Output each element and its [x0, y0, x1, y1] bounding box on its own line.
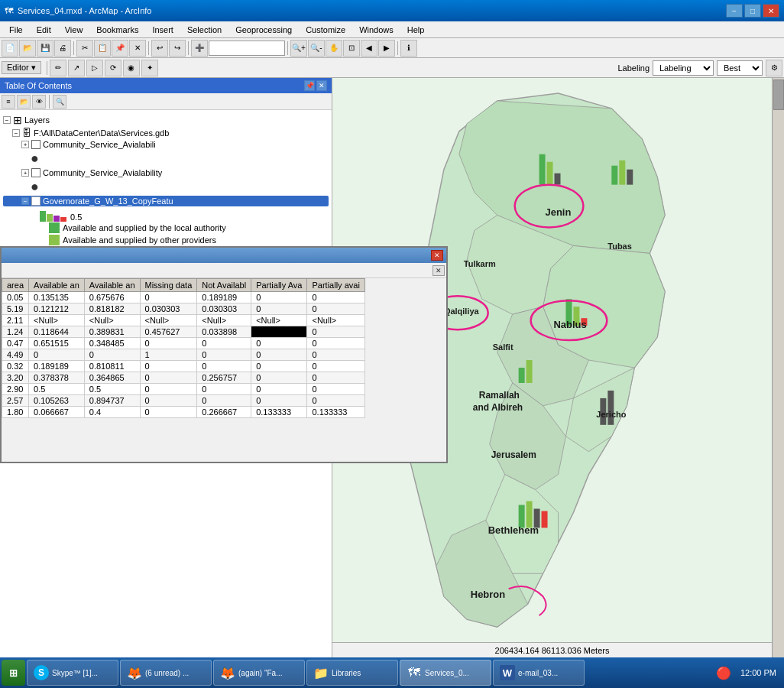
menu-bookmarks[interactable]: Bookmarks	[90, 24, 144, 36]
taskbar-firefox2[interactable]: 🦊 (again) "Fa...	[213, 660, 305, 686]
labeling-select[interactable]: Labeling	[653, 60, 714, 76]
taskbar-arcmap[interactable]: 🗺 Services_0...	[400, 660, 491, 686]
table-row[interactable]: 5.190.1212120.8181820.0303030.03030300	[2, 303, 365, 315]
table-row[interactable]: 0.470.6515150.3484850000	[2, 338, 365, 349]
table-row[interactable]: 0.050.1351350.67567600.18918900	[2, 292, 365, 303]
zoom-out-button[interactable]: 🔍-	[308, 40, 325, 57]
dt-close2-button[interactable]: ✕	[432, 265, 445, 276]
col-partially-ava[interactable]: Partially Ava	[251, 279, 307, 292]
toc-header: Table Of Contents 📌 ✕	[0, 78, 332, 93]
table-row[interactable]: 1.240.1186440.3898310.4576270.03389800	[2, 326, 365, 338]
taskbar-firefox1[interactable]: 🦊 (6 unread) ...	[120, 660, 212, 686]
db-expand[interactable]: −	[12, 129, 20, 137]
toc-pin[interactable]: 📌	[304, 80, 315, 91]
table-row[interactable]: 2.570.1052630.8947370000	[2, 395, 365, 407]
taskbar-libraries[interactable]: 📁 Libraries	[306, 660, 398, 686]
table-row[interactable]: 4.49001000	[2, 349, 365, 361]
table-row[interactable]: 2.11<Null><Null><Null><Null><Null><Null>	[2, 315, 365, 326]
full-extent-button[interactable]: ⊡	[343, 40, 360, 57]
cut-button[interactable]: ✂	[76, 40, 93, 57]
legend-bar-3	[53, 216, 60, 222]
table-row[interactable]: 2.900.50.50000	[2, 384, 365, 395]
menu-geoprocessing[interactable]: Geoprocessing	[229, 24, 298, 36]
toc-visibility[interactable]: 👁	[32, 95, 46, 109]
layer3-expand[interactable]: −	[21, 197, 29, 205]
map-scroll-thumb[interactable]	[773, 80, 784, 110]
taskbar-skype[interactable]: S Skype™ [1]...	[27, 660, 118, 686]
undo-button[interactable]: ↩	[151, 40, 168, 57]
table-row[interactable]: 3.200.3783780.36486500.25675700	[2, 372, 365, 384]
col-available-an-1[interactable]: Available an	[29, 279, 85, 292]
jericho-label: Jericho	[596, 410, 626, 419]
salfit-label: Salfit	[493, 342, 513, 352]
menu-file[interactable]: File	[3, 24, 29, 36]
zoom-in-button[interactable]: 🔍+	[290, 40, 307, 57]
scale-input[interactable]: 1:1,000,000	[209, 41, 285, 56]
open-button[interactable]: 📂	[19, 40, 36, 57]
best-select[interactable]: Best	[717, 60, 763, 76]
editor-dropdown[interactable]: Editor ▾	[2, 61, 41, 74]
col-area[interactable]: area	[2, 279, 29, 292]
save-button[interactable]: 💾	[37, 40, 53, 57]
table-row[interactable]: 1.800.0666670.400.2666670.1333330.133333	[2, 407, 365, 418]
toc-source-view[interactable]: 📂	[17, 95, 31, 109]
table-cell: 3.20	[2, 372, 29, 384]
add-data-button[interactable]: ➕	[191, 40, 208, 57]
menu-insert[interactable]: Insert	[146, 24, 180, 36]
taskbar-word[interactable]: W e-mail_03...	[493, 660, 585, 686]
layer3-checkbox[interactable]: ✓	[31, 196, 40, 206]
layer3-row[interactable]: − ✓ Governorate_G_W_13_CopyFeatu	[3, 196, 329, 206]
toc-close[interactable]: ✕	[316, 80, 327, 91]
toc-search[interactable]: 🔍	[53, 95, 66, 109]
edit-tool6[interactable]: ✦	[141, 60, 158, 76]
next-extent-button[interactable]: ▶	[378, 40, 395, 57]
layer2-checkbox[interactable]	[31, 168, 40, 177]
menu-selection[interactable]: Selection	[181, 24, 228, 36]
identify-button[interactable]: ℹ	[400, 40, 417, 57]
pan-button[interactable]: ✋	[326, 40, 342, 57]
map-scrollbar[interactable]	[772, 78, 784, 657]
copy-button[interactable]: 📋	[94, 40, 111, 57]
data-table[interactable]: area Available an Available an Missing d…	[2, 278, 446, 462]
menu-windows[interactable]: Windows	[353, 24, 400, 36]
paste-button[interactable]: 📌	[112, 40, 128, 57]
toc-list-view[interactable]: ≡	[2, 95, 15, 109]
col-partially-avai[interactable]: Partially avai	[307, 279, 364, 292]
layer1-expand[interactable]: +	[21, 141, 29, 148]
new-button[interactable]: 📄	[2, 40, 18, 57]
menu-customize[interactable]: Customize	[300, 24, 352, 36]
edit-tool4[interactable]: ⟳	[105, 60, 121, 76]
libraries-label: Libraries	[332, 669, 361, 677]
menu-edit[interactable]: Edit	[31, 24, 57, 36]
col-missing-data[interactable]: Missing data	[140, 279, 197, 292]
menu-view[interactable]: View	[59, 24, 89, 36]
start-button[interactable]: ⊞	[2, 660, 25, 686]
bethlehem-bar-4	[542, 511, 548, 528]
table-cell: 0.030303	[197, 303, 251, 315]
table-row[interactable]: 0.320.1891890.8108110000	[2, 361, 365, 372]
label-settings[interactable]: ⚙	[766, 60, 782, 76]
col-available-an-2[interactable]: Available an	[84, 279, 140, 292]
edit-tool5[interactable]: ◉	[123, 60, 140, 76]
delete-button[interactable]: ✕	[129, 40, 146, 57]
table-cell: 0.47	[2, 338, 29, 349]
prev-extent-button[interactable]: ◀	[361, 40, 377, 57]
maximize-button[interactable]: □	[744, 4, 761, 18]
layer1-checkbox[interactable]	[31, 140, 40, 149]
print-button[interactable]: 🖨	[54, 40, 71, 57]
layer2-expand[interactable]: +	[21, 169, 29, 177]
col-not-available[interactable]: Not Availabl	[197, 279, 251, 292]
sep6	[47, 61, 47, 75]
edit-tool2[interactable]: ↗	[68, 60, 85, 76]
table-cell: 0	[251, 303, 307, 315]
close-button[interactable]: ✕	[763, 4, 779, 18]
dt-close-button[interactable]: ✕	[431, 250, 443, 261]
main-toolbar: 📄 📂 💾 🖨 ✂ 📋 📌 ✕ ↩ ↪ ➕ 1:1,000,000 🔍+ 🔍- …	[0, 38, 784, 58]
layers-expand[interactable]: −	[3, 116, 11, 124]
edit-tool1[interactable]: ✏	[50, 60, 66, 76]
minimize-button[interactable]: −	[726, 4, 743, 18]
title-bar: 🗺 Services_04.mxd - ArcMap - ArcInfo − □…	[0, 0, 784, 21]
redo-button[interactable]: ↪	[169, 40, 186, 57]
menu-help[interactable]: Help	[401, 24, 431, 36]
edit-tool3[interactable]: ▷	[86, 60, 103, 76]
